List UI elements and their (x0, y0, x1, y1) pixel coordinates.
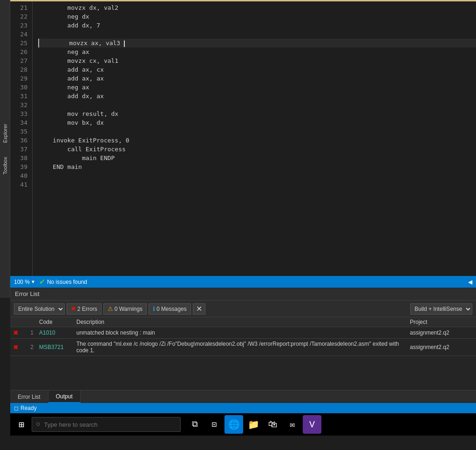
code-line: neg ax (38, 47, 476, 56)
taskbar-widgets-button[interactable]: ⊡ (205, 415, 224, 434)
error-icon-cell: ✖ (10, 327, 21, 339)
code-line: neg dx (38, 12, 476, 21)
warnings-count: 0 Warnings (115, 306, 143, 312)
side-panel-explorer[interactable]: Explorer (2, 124, 8, 143)
windows-taskbar: ⊞ ○ ⧉ ⊡ 🌐 📁 🛍 ✉ V (10, 413, 476, 436)
tab-output[interactable]: Output (48, 390, 81, 403)
taskbar-search[interactable]: ○ (32, 417, 181, 432)
error-project-cell: assignment2.q2 (406, 327, 476, 339)
error-description-cell: The command "ml.exe /c /nologo /Zi /Fo"D… (73, 339, 406, 356)
code-line: neg ax (38, 83, 476, 92)
error-icon-cell: ✖ (10, 339, 21, 356)
error-code-link[interactable]: A1010 (39, 329, 55, 336)
code-line: mov bx, dx (38, 118, 476, 127)
search-icon: ○ (36, 420, 41, 429)
code-line (38, 101, 476, 109)
code-line: movzx cx, val1 (38, 56, 476, 65)
table-row[interactable]: ✖ 2 MSB3721 The command "ml.exe /c /nolo… (10, 339, 476, 356)
code-editor: 21 22 23 24 25 26 27 28 29 30 31 32 33 3… (10, 1, 476, 276)
start-button[interactable]: ⊞ (12, 415, 31, 434)
error-list-title: Error List (15, 290, 40, 297)
code-content[interactable]: movzx dx, val2 neg dx add dx, 7 movzx ax… (33, 1, 476, 276)
zoom-dropdown-icon[interactable]: ▼ (31, 279, 35, 284)
messages-count: 0 Messages (156, 306, 187, 312)
zoom-control[interactable]: 100 % ▼ (14, 279, 35, 285)
error-list-panel: Error List Entire Solution ✖ 2 Errors ⚠ … (10, 288, 476, 390)
error-table-container: Code Description Project ✖ 1 A1010 unmat… (10, 317, 476, 390)
messages-filter-button[interactable]: ℹ 0 Messages (149, 303, 191, 315)
code-line: movzx dx, val2 (38, 3, 476, 12)
errors-filter-button[interactable]: ✖ 2 Errors (67, 303, 102, 315)
code-line: add dx, ax (38, 92, 476, 101)
warning-icon: ⚠ (108, 305, 113, 312)
error-code-link[interactable]: MSB3721 (39, 344, 64, 350)
taskbar-vs-button[interactable]: V (303, 415, 321, 434)
store-icon: 🛍 (268, 419, 278, 430)
code-line (38, 30, 476, 39)
filter-solution-select[interactable]: Entire Solution (14, 303, 65, 315)
error-icon: ✖ (71, 305, 76, 312)
col-description[interactable]: Description (73, 317, 406, 327)
taskbar-mail-button[interactable]: ✉ (283, 415, 302, 434)
edge-icon: 🌐 (228, 419, 240, 430)
clear-filter-button[interactable]: ✕ (193, 303, 205, 315)
windows-logo-icon: ⊞ (19, 419, 24, 430)
error-num-cell: 2 (21, 339, 35, 356)
taskbar-search-input[interactable] (44, 421, 177, 428)
error-table: Code Description Project ✖ 1 A1010 unmat… (10, 317, 476, 356)
errors-count: 2 Errors (77, 306, 97, 312)
info-icon: ℹ (153, 305, 155, 312)
code-line-active: movzx ax, val3 (38, 39, 476, 47)
code-line (38, 180, 476, 189)
zoom-value: 100 % (14, 279, 30, 285)
build-filter-select[interactable]: Build + IntelliSense (410, 303, 472, 315)
taskbar-icons-area: ⧉ ⊡ 🌐 📁 🛍 ✉ V (185, 415, 321, 434)
ready-bar: ◻ Ready (10, 403, 476, 413)
status-bar: 100 % ▼ ✔ No issues found ◀ (10, 276, 476, 288)
error-project-cell: assignment2.q2 (406, 339, 476, 356)
code-line: call ExitProcess (38, 145, 476, 154)
tab-error-list[interactable]: Error List (10, 390, 48, 403)
col-num (21, 317, 35, 327)
bottom-tabs: Error List Output (10, 390, 476, 403)
explorer-icon: 📁 (248, 419, 259, 430)
error-code-cell[interactable]: A1010 (35, 327, 73, 339)
warnings-filter-button[interactable]: ⚠ 0 Warnings (103, 303, 147, 315)
code-line: add dx, 7 (38, 21, 476, 30)
task-view-button[interactable]: ⧉ (185, 415, 204, 434)
side-panel-toolbox[interactable]: Toolbox (2, 157, 8, 175)
code-line: END main (38, 162, 476, 171)
task-view-icon: ⧉ (192, 420, 198, 429)
code-line: main ENDP (38, 154, 476, 162)
scroll-right-arrow[interactable]: ◀ (468, 279, 472, 285)
ready-text: Ready (20, 405, 37, 411)
vs-icon: V (309, 419, 315, 430)
taskbar-edge-button[interactable]: 🌐 (224, 415, 243, 434)
col-project[interactable]: Project (406, 317, 476, 327)
line-numbers: 21 22 23 24 25 26 27 28 29 30 31 32 33 3… (10, 1, 33, 276)
col-code[interactable]: Code (35, 317, 73, 327)
taskbar-store-button[interactable]: 🛍 (264, 415, 282, 434)
error-list-header: Error List (10, 288, 476, 301)
col-icon (10, 317, 21, 327)
taskbar-explorer-button[interactable]: 📁 (244, 415, 263, 434)
ready-icon: ◻ (14, 405, 19, 411)
error-num-cell: 1 (21, 327, 35, 339)
error-list-toolbar: Entire Solution ✖ 2 Errors ⚠ 0 Warnings … (10, 301, 476, 317)
widgets-icon: ⊡ (212, 419, 217, 430)
error-description-cell: unmatched block nesting : main (73, 327, 406, 339)
status-issues: ✔ No issues found (39, 277, 87, 286)
code-line: add ax, cx (38, 65, 476, 74)
error-code-cell[interactable]: MSB3721 (35, 339, 73, 356)
issues-text: No issues found (47, 279, 87, 285)
code-line: add ax, ax (38, 74, 476, 83)
code-line (38, 171, 476, 180)
code-line: invoke ExitProcess, 0 (38, 136, 476, 145)
table-row[interactable]: ✖ 1 A1010 unmatched block nesting : main… (10, 327, 476, 339)
mail-icon: ✉ (290, 419, 295, 430)
code-line (38, 127, 476, 136)
check-icon: ✔ (39, 277, 45, 286)
code-line: mov result, dx (38, 109, 476, 118)
